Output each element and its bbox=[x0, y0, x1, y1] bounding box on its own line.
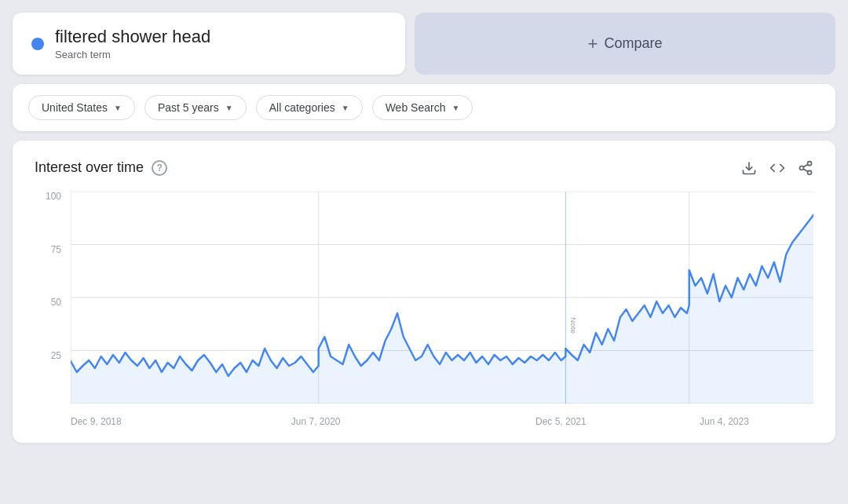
x-label-2: Jun 7, 2020 bbox=[291, 416, 341, 427]
chart-actions bbox=[741, 160, 813, 176]
compare-plus-icon: + bbox=[588, 34, 598, 54]
y-label-75: 75 bbox=[51, 245, 61, 254]
y-label-100: 100 bbox=[46, 192, 61, 201]
svg-point-1 bbox=[808, 161, 812, 165]
embed-button[interactable] bbox=[769, 160, 785, 176]
share-button[interactable] bbox=[798, 160, 813, 176]
top-section: filtered shower head Search term + Compa… bbox=[0, 0, 848, 84]
time-filter-button[interactable]: Past 5 years ▼ bbox=[144, 95, 247, 120]
compare-card[interactable]: + Compare bbox=[415, 13, 835, 75]
help-icon[interactable]: ? bbox=[152, 160, 167, 176]
search-type-filter-button[interactable]: Web Search ▼ bbox=[372, 95, 473, 120]
region-filter-button[interactable]: United States ▼ bbox=[28, 95, 135, 120]
svg-point-2 bbox=[800, 166, 804, 170]
x-axis-labels: Dec 9, 2018 Jun 7, 2020 Dec 5, 2021 Jun … bbox=[71, 408, 813, 427]
svg-point-3 bbox=[808, 170, 812, 174]
time-filter-label: Past 5 years bbox=[158, 101, 219, 114]
category-filter-button[interactable]: All categories ▼ bbox=[256, 95, 363, 120]
filter-bar: United States ▼ Past 5 years ▼ All categ… bbox=[13, 84, 835, 131]
y-label-50: 50 bbox=[51, 298, 61, 307]
search-term-title: filtered shower head bbox=[55, 27, 210, 47]
region-filter-label: United States bbox=[42, 101, 108, 114]
chart-canvas-wrap: Note bbox=[71, 192, 813, 404]
search-dot bbox=[31, 38, 44, 50]
search-term-subtitle: Search term bbox=[55, 49, 210, 60]
chart-header: Interest over time ? bbox=[35, 159, 813, 176]
search-type-chevron-icon: ▼ bbox=[451, 104, 459, 112]
y-axis-labels: 100 75 50 25 bbox=[35, 192, 66, 404]
chart-title-group: Interest over time ? bbox=[35, 159, 167, 176]
x-label-3: Dec 5, 2021 bbox=[535, 416, 587, 427]
x-label-1: Dec 9, 2018 bbox=[71, 416, 122, 427]
search-type-filter-label: Web Search bbox=[386, 101, 446, 114]
search-term-card: filtered shower head Search term bbox=[13, 13, 405, 75]
chart-title: Interest over time bbox=[35, 159, 144, 176]
time-chevron-icon: ▼ bbox=[225, 104, 233, 112]
region-chevron-icon: ▼ bbox=[114, 104, 122, 112]
svg-text:Note: Note bbox=[569, 317, 578, 334]
svg-line-4 bbox=[803, 169, 808, 171]
category-filter-label: All categories bbox=[269, 101, 335, 114]
x-label-4: Jun 4, 2023 bbox=[700, 416, 749, 427]
y-label-25: 25 bbox=[51, 351, 61, 360]
category-chevron-icon: ▼ bbox=[342, 104, 349, 112]
chart-section: Interest over time ? bbox=[13, 141, 835, 443]
trend-fill bbox=[71, 215, 813, 404]
chart-svg: Note bbox=[71, 192, 813, 404]
chart-area: 100 75 50 25 Note bbox=[35, 192, 813, 427]
search-term-text: filtered shower head Search term bbox=[55, 27, 210, 60]
compare-label: Compare bbox=[604, 35, 662, 52]
svg-line-5 bbox=[803, 164, 808, 166]
download-button[interactable] bbox=[741, 160, 757, 176]
